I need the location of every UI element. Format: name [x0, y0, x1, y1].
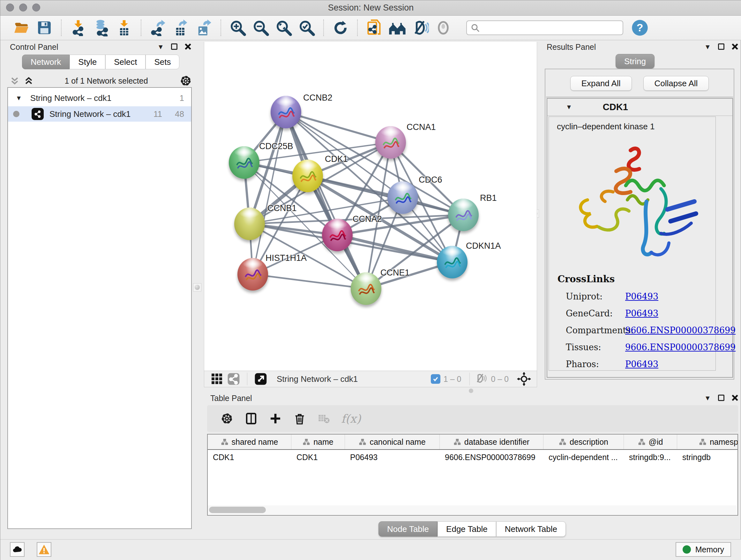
warning-button[interactable] [37, 542, 51, 557]
import-network-icon[interactable] [69, 19, 87, 37]
collapse-panel-icon[interactable]: ▼ [157, 44, 164, 50]
table-horizontal-scrollbar[interactable] [208, 505, 737, 514]
collapse-panel-icon[interactable]: ▼ [704, 395, 711, 401]
float-panel-icon[interactable] [718, 395, 724, 401]
collection-label: String Network – cdk1 [30, 93, 180, 103]
eye-icon[interactable] [434, 19, 452, 37]
crosslink-link[interactable]: P06493 [625, 359, 658, 369]
tab-network-table[interactable]: Network Table [496, 521, 566, 537]
network-node-rb1[interactable] [448, 199, 479, 231]
table-row[interactable]: CDK1CDK1P064939606.ENSP00000378699cyclin… [208, 450, 738, 464]
birds-eye-crosshair-icon[interactable] [516, 371, 532, 387]
network-node-cdc6[interactable] [387, 181, 418, 214]
collapse-all-button[interactable]: Collapse All [643, 76, 709, 91]
add-column-icon[interactable] [266, 410, 284, 428]
selected-nodes-checkbox[interactable] [431, 374, 441, 384]
horizontal-splitter-handle[interactable] [469, 388, 473, 393]
gene-section-header[interactable]: ▼ CDK1 [547, 99, 732, 116]
memory-button[interactable]: Memory [676, 542, 731, 557]
close-panel-icon[interactable] [731, 43, 738, 50]
tab-node-table[interactable]: Node Table [379, 521, 437, 537]
search-icon [471, 23, 480, 34]
function-builder-icon: f(x) [341, 412, 361, 425]
float-panel-icon[interactable] [171, 44, 178, 50]
search-input[interactable] [466, 20, 623, 35]
column-header[interactable]: shared name [208, 435, 291, 449]
zoom-window-icon[interactable] [32, 3, 40, 11]
tab-style[interactable]: Style [70, 55, 105, 69]
tab-network[interactable]: Network [22, 55, 70, 69]
scrollbar-thumb[interactable] [209, 507, 266, 513]
network-node-ccna2[interactable] [322, 219, 353, 251]
show-columns-icon[interactable] [242, 410, 260, 428]
network-node-ccnb2[interactable] [271, 96, 301, 128]
network-node-cdk1[interactable] [292, 160, 323, 192]
open-external-icon[interactable] [254, 372, 268, 386]
network-node-ccna1[interactable] [375, 126, 406, 159]
export-network-icon[interactable] [149, 19, 167, 37]
tab-string[interactable]: String [616, 54, 655, 69]
import-network-database-icon[interactable] [92, 19, 110, 37]
network-row-selected[interactable]: String Network – cdk1 11 48 [8, 106, 191, 122]
zoom-out-icon[interactable] [252, 19, 270, 37]
network-edge[interactable] [253, 112, 286, 274]
home-icon[interactable] [388, 19, 406, 37]
expand-all-button[interactable]: Expand All [570, 76, 632, 91]
crosslink-link[interactable]: P06493 [625, 292, 658, 301]
grid-view-icon[interactable] [210, 372, 224, 386]
table-panel-tabs: Node Table Edge Table Network Table [379, 521, 566, 537]
control-panel-controls: ▼ [157, 43, 192, 50]
tab-select[interactable]: Select [105, 55, 145, 69]
string-tab-icon[interactable] [226, 372, 241, 386]
export-table-icon[interactable] [172, 19, 190, 37]
results-button-row: Expand All Collapse All [546, 70, 733, 98]
save-session-icon[interactable] [36, 19, 53, 37]
column-header[interactable]: @id [624, 435, 677, 449]
collection-expander-icon[interactable]: ▼ [16, 95, 22, 102]
open-session-icon[interactable] [12, 19, 30, 37]
close-panel-icon[interactable] [731, 394, 738, 401]
network-canvas[interactable]: CCNB2CCNA1CDC25BCDK1CDC6RB1CCNB1CCNA2CDK… [204, 42, 537, 371]
column-header[interactable]: canonical name [345, 435, 440, 449]
zoom-in-icon[interactable] [229, 19, 247, 37]
column-header[interactable]: name [291, 435, 345, 449]
column-header[interactable]: database identifier [440, 435, 543, 449]
table-settings-gear-icon[interactable] [218, 410, 236, 428]
hide-panel-icon[interactable] [411, 19, 429, 37]
window-controls[interactable] [6, 3, 40, 11]
collapse-all-icon[interactable] [10, 76, 19, 85]
network-node-cdc25b[interactable] [229, 146, 259, 179]
column-header[interactable]: description [543, 435, 624, 449]
export-image-icon[interactable] [195, 19, 213, 37]
network-options-gear-icon[interactable] [179, 74, 192, 87]
collapse-panel-icon[interactable]: ▼ [704, 44, 711, 50]
minimize-window-icon[interactable] [19, 3, 27, 11]
gene-expander-icon[interactable]: ▼ [566, 104, 572, 111]
expand-all-icon[interactable] [24, 76, 33, 85]
network-node-ccnb1[interactable] [234, 207, 265, 240]
network-node-hist1h1a[interactable] [238, 258, 268, 291]
network-collection-row[interactable]: ▼ String Network – cdk1 1 [8, 90, 191, 106]
refresh-icon[interactable] [332, 19, 349, 37]
table-panel-title: Table Panel [210, 394, 252, 403]
crosslink-link[interactable]: P06493 [625, 308, 658, 318]
column-header[interactable]: namespace [677, 435, 738, 449]
network-node-cdkn1a[interactable] [437, 246, 468, 278]
left-splitter-handle[interactable] [193, 283, 201, 292]
help-icon[interactable]: ? [631, 19, 649, 37]
delete-column-icon[interactable] [291, 410, 309, 428]
tab-sets[interactable]: Sets [145, 55, 179, 69]
float-panel-icon[interactable] [718, 44, 724, 50]
network-node-ccne1[interactable] [351, 272, 381, 305]
import-table-icon[interactable] [115, 19, 133, 37]
close-panel-icon[interactable] [185, 43, 192, 50]
tab-edge-table[interactable]: Edge Table [437, 521, 496, 537]
zoom-selected-icon[interactable] [298, 19, 316, 37]
network-edge[interactable] [253, 274, 366, 289]
crosslink-link[interactable]: 9606.ENSP00000378699 [625, 325, 736, 335]
cloud-button[interactable] [10, 542, 24, 557]
crosslink-link[interactable]: 9606.ENSP00000378699 [625, 342, 736, 352]
close-window-icon[interactable] [6, 3, 14, 11]
share-file-icon[interactable] [365, 19, 383, 37]
zoom-fit-icon[interactable] [275, 19, 293, 37]
